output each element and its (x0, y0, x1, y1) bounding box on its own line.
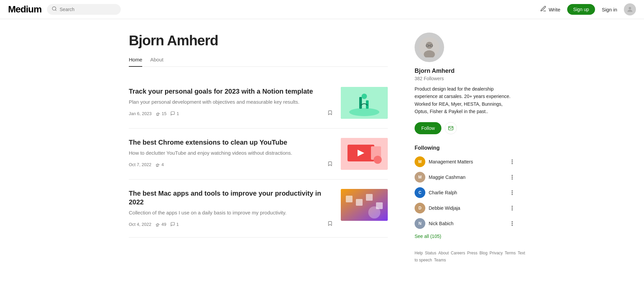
subscribe-button[interactable] (445, 122, 457, 134)
following-item: C Charlie Ralph (415, 187, 515, 198)
svg-point-20 (426, 42, 433, 49)
footer-link[interactable]: Teams (434, 258, 446, 262)
comment-count: 1 (170, 111, 179, 116)
article-subtitle: Plan your personal development with obje… (129, 98, 333, 106)
svg-point-0 (52, 7, 56, 10)
bookmark-icon[interactable] (327, 161, 333, 168)
svg-point-27 (512, 163, 513, 164)
footer-link[interactable]: About (438, 251, 449, 255)
following-item-left: D Debbie Widjaja (415, 203, 460, 213)
footer-link[interactable]: Press (467, 251, 478, 255)
svg-rect-15 (356, 199, 363, 206)
svg-point-35 (512, 207, 513, 208)
tab-about[interactable]: About (150, 57, 163, 66)
follow-button[interactable]: Follow (415, 122, 441, 134)
search-bar[interactable]: Search (47, 4, 121, 15)
article-title[interactable]: The best Mac apps and tools to improve y… (129, 189, 333, 206)
article-title[interactable]: Track your personal goals for 2023 with … (129, 87, 333, 96)
article-text: The best Chrome extensions to clean up Y… (129, 138, 333, 168)
article-date: Oct 4, 2022 (129, 222, 151, 227)
article-text: The best Mac apps and tools to improve y… (129, 189, 333, 228)
comment-count: 1 (170, 222, 179, 227)
bookmark-icon[interactable] (327, 110, 333, 117)
clap-count: 4 (155, 162, 164, 167)
article-subtitle: How to declutter YouTube and enjoy watch… (129, 149, 333, 157)
svg-point-39 (512, 225, 513, 226)
search-input[interactable]: Search (60, 7, 74, 12)
article-text: Track your personal goals for 2023 with … (129, 87, 333, 117)
article-thumbnail[interactable] (341, 138, 388, 170)
following-item-left: M Maggie Cashman (415, 172, 466, 183)
svg-point-37 (512, 221, 513, 222)
svg-point-2 (629, 7, 631, 9)
write-button[interactable]: Write (540, 5, 560, 14)
header-right: Write Sign up Sign in (540, 3, 636, 15)
search-icon (52, 6, 57, 13)
article-title[interactable]: The best Chrome extensions to clean up Y… (129, 138, 333, 147)
profile-name: Bjorn Amherd (129, 33, 388, 49)
svg-rect-16 (366, 194, 373, 201)
following-list: M Management Matters M Maggie Cashman C … (415, 156, 515, 229)
following-more-icon[interactable] (509, 190, 515, 196)
footer-link[interactable]: Terms (505, 251, 516, 255)
write-label: Write (549, 7, 560, 12)
medium-logo[interactable]: Medium (8, 4, 42, 15)
footer-link[interactable]: Privacy (489, 251, 502, 255)
tabs-bar: Home About (129, 57, 388, 67)
svg-point-4 (349, 108, 379, 116)
header-left: Medium Search (8, 4, 121, 15)
following-item-left: N Nick Babich (415, 218, 453, 229)
sidebar-bio: Product design lead for the dealership e… (415, 85, 515, 115)
clap-count: 49 (155, 222, 166, 227)
svg-point-33 (512, 194, 513, 195)
following-title: Following (415, 145, 515, 151)
footer-link[interactable]: Blog (479, 251, 487, 255)
svg-point-12 (374, 156, 382, 164)
footer-link[interactable]: Careers (451, 251, 465, 255)
svg-point-36 (512, 209, 513, 210)
svg-point-34 (512, 206, 513, 206)
following-item-left: M Management Matters (415, 156, 473, 167)
svg-point-32 (512, 192, 513, 193)
following-avatar: M (415, 156, 425, 167)
following-avatar: M (415, 172, 425, 183)
svg-line-1 (55, 10, 56, 11)
svg-point-30 (512, 179, 513, 179)
article-thumbnail[interactable] (341, 87, 388, 119)
following-name[interactable]: Charlie Ralph (429, 190, 457, 195)
following-avatar: D (415, 203, 425, 213)
following-item: M Maggie Cashman (415, 172, 515, 183)
article-thumbnail[interactable] (341, 189, 388, 221)
footer-link[interactable]: Help (415, 251, 423, 255)
following-more-icon[interactable] (509, 174, 515, 180)
following-more-icon[interactable] (509, 220, 515, 227)
svg-point-7 (362, 94, 367, 99)
following-more-icon[interactable] (509, 205, 515, 211)
article-meta: Oct 7, 2022 4 (129, 161, 333, 168)
article-card: The best Chrome extensions to clean up Y… (129, 129, 388, 180)
tab-home[interactable]: Home (129, 57, 142, 66)
following-name[interactable]: Debbie Widjaja (429, 205, 460, 211)
signin-link[interactable]: Sign in (602, 7, 617, 12)
following-item: D Debbie Widjaja (415, 203, 515, 213)
following-more-icon[interactable] (509, 159, 515, 165)
action-buttons: Follow (415, 122, 515, 134)
footer-link[interactable]: Status (425, 251, 436, 255)
user-avatar[interactable] (624, 3, 636, 15)
svg-point-29 (512, 177, 513, 177)
sidebar-avatar (415, 33, 444, 62)
bookmark-icon[interactable] (327, 221, 333, 228)
write-icon (540, 5, 547, 14)
following-name[interactable]: Management Matters (429, 159, 473, 164)
see-all-link[interactable]: See all (105) (415, 234, 515, 239)
signup-button[interactable]: Sign up (567, 4, 595, 15)
following-section: Following M Management Matters M Maggie … (415, 145, 515, 239)
right-sidebar: Bjorn Amherd 382 Followers Product desig… (415, 33, 515, 264)
article-card: Track your personal goals for 2023 with … (129, 78, 388, 129)
following-name[interactable]: Nick Babich (429, 221, 453, 226)
svg-rect-5 (359, 97, 362, 109)
article-date: Jan 6, 2023 (129, 111, 152, 116)
following-name[interactable]: Maggie Cashman (429, 175, 466, 180)
following-avatar: C (415, 187, 425, 198)
clap-count: 15 (156, 111, 166, 116)
